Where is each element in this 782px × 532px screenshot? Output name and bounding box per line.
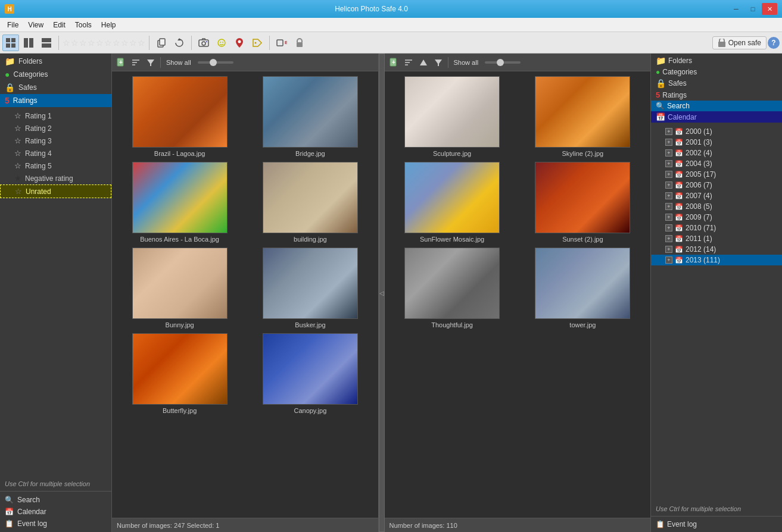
rotate-button[interactable] (171, 35, 188, 51)
star-7[interactable]: ☆ (113, 38, 120, 48)
close-button[interactable]: ✕ (762, 3, 777, 15)
sidebar-item-ratings[interactable]: 5 Ratings (0, 94, 111, 107)
camera-button[interactable] (195, 35, 212, 51)
thumb-busker[interactable]: Busker.jpg (247, 248, 373, 328)
more-button[interactable]: B (273, 35, 290, 51)
thumb-tower[interactable]: tower.jpg (520, 248, 646, 328)
face-button[interactable] (213, 35, 230, 51)
rs-item-search[interactable]: 🔍 Search (651, 101, 782, 111)
thumb-canopy[interactable]: Canopy.jpg (247, 333, 373, 414)
center-slider-thumb[interactable] (210, 59, 217, 66)
rs-year-2001[interactable]: + 📅 2001 (3) (651, 137, 782, 148)
expand-2001[interactable]: + (665, 139, 672, 146)
menu-view[interactable]: View (23, 20, 48, 30)
rs-year-2006[interactable]: + 📅 2006 (7) (651, 180, 782, 190)
thumb-sculpture[interactable]: Sculpture.jpg (390, 76, 515, 157)
expand-2004[interactable]: + (665, 160, 672, 167)
thumb-bunny[interactable]: Bunny.jpg (117, 248, 242, 328)
thumb-butterfly[interactable]: Butterfly.jpg (117, 333, 242, 414)
expand-2013[interactable]: + (665, 256, 672, 264)
menu-help[interactable]: Help (96, 20, 121, 30)
sidebar-search[interactable]: 🔍 Search (0, 494, 111, 506)
tag-button[interactable] (249, 35, 266, 51)
sidebar-rating4[interactable]: ☆ Rating 4 (0, 147, 111, 159)
help-button[interactable]: ? (768, 37, 780, 49)
expand-2011[interactable]: + (665, 235, 672, 242)
sidebar-item-safes[interactable]: 🔒 Safes (0, 81, 111, 94)
right-sort-btn[interactable] (402, 56, 415, 69)
maximize-button[interactable]: □ (745, 3, 761, 15)
thumb-skyline[interactable]: Skyline (2).jpg (520, 76, 646, 157)
sidebar-item-folders[interactable]: 📁 Folders (0, 55, 111, 68)
sidebar-unrated[interactable]: ☆ Unrated (0, 184, 111, 198)
rs-year-2008[interactable]: + 📅 2008 (5) (651, 201, 782, 212)
expand-2005[interactable]: + (665, 171, 672, 178)
right-zoom-slider[interactable] (485, 61, 521, 64)
rs-item-ratings[interactable]: 5 Ratings (651, 89, 782, 101)
rs-year-2004[interactable]: + 📅 2004 (3) (651, 158, 782, 169)
expand-2008[interactable]: + (665, 203, 672, 210)
sidebar-negative-rating[interactable]: ★ Negative rating (0, 172, 111, 184)
star-4[interactable]: ☆ (88, 38, 95, 48)
expand-2012[interactable]: + (665, 246, 672, 253)
copy-button[interactable] (153, 35, 170, 51)
center-right-splitter[interactable]: ◁ (379, 54, 385, 532)
sidebar-rating2[interactable]: ☆ Rating 2 (0, 122, 111, 134)
expand-2006[interactable]: + (665, 181, 672, 189)
menu-edit[interactable]: Edit (48, 20, 70, 30)
open-safe-button[interactable]: Open safe (712, 36, 767, 49)
star-5[interactable]: ☆ (96, 38, 104, 48)
thumb-brazil[interactable]: Brazil - Lagoa.jpg (117, 76, 242, 157)
center-sort-btn[interactable] (129, 56, 142, 69)
center-zoom-slider[interactable] (198, 61, 233, 64)
view-large-icon[interactable] (38, 35, 55, 51)
menu-tools[interactable]: Tools (70, 20, 96, 30)
right-add-btn[interactable]: + (387, 56, 400, 69)
rs-item-categories[interactable]: ● Categories (651, 67, 782, 77)
location-button[interactable] (231, 35, 248, 51)
expand-2002[interactable]: + (665, 149, 672, 157)
lock-btn-toolbar[interactable] (291, 35, 308, 51)
rs-item-eventlog[interactable]: 📋 Event log (651, 519, 782, 530)
thumb-bridge[interactable]: Bridge.jpg (247, 76, 373, 157)
rs-item-safes[interactable]: 🔒 Safes (651, 77, 782, 89)
star-8[interactable]: ☆ (121, 38, 129, 48)
expand-2007[interactable]: + (665, 192, 672, 199)
center-add-btn[interactable]: + (114, 56, 127, 69)
star-9[interactable]: ☆ (129, 38, 137, 48)
star-6[interactable]: ☆ (104, 38, 112, 48)
sidebar-rating5[interactable]: ☆ Rating 5 (0, 159, 111, 172)
rs-year-2009[interactable]: + 📅 2009 (7) (651, 212, 782, 223)
thumb-building[interactable]: building.jpg (247, 162, 373, 243)
rs-year-2011[interactable]: + 📅 2011 (1) (651, 233, 782, 244)
menu-file[interactable]: File (2, 20, 23, 30)
minimize-button[interactable]: ─ (728, 3, 744, 15)
sidebar-item-categories[interactable]: ● Categories (0, 68, 111, 81)
rs-year-2005[interactable]: + 📅 2005 (17) (651, 169, 782, 180)
expand-2010[interactable]: + (665, 224, 672, 231)
rs-year-2007[interactable]: + 📅 2007 (4) (651, 190, 782, 201)
sidebar-calendar[interactable]: 📅 Calendar (0, 506, 111, 518)
thumb-thoughtful[interactable]: Thoughtful.jpg (390, 248, 515, 328)
view-small-icon[interactable] (2, 35, 19, 51)
star-2[interactable]: ☆ (71, 38, 79, 48)
star-1[interactable]: ☆ (63, 38, 70, 48)
rs-item-folders[interactable]: 📁 Folders (651, 55, 782, 67)
thumb-sunflower[interactable]: SunFlower Mosaic.jpg (390, 162, 515, 243)
rs-year-2002[interactable]: + 📅 2002 (4) (651, 148, 782, 158)
expand-2009[interactable]: + (665, 214, 672, 221)
rs-year-2010[interactable]: + 📅 2010 (71) (651, 223, 782, 233)
expand-2000[interactable]: + (665, 128, 672, 135)
thumb-sunset[interactable]: Sunset (2).jpg (520, 162, 646, 243)
sidebar-eventlog[interactable]: 📋 Event log (0, 518, 111, 530)
right-filter-btn[interactable] (432, 56, 445, 69)
thumb-buenos[interactable]: Buenos Aires - La Boca.jpg (117, 162, 242, 243)
sidebar-rating1[interactable]: ☆ Rating 1 (0, 109, 111, 122)
rs-item-calendar[interactable]: 📅 Calendar (651, 111, 782, 123)
rs-year-2013[interactable]: + 📅 2013 (111) (651, 255, 782, 265)
sidebar-rating3[interactable]: ☆ Rating 3 (0, 134, 111, 147)
right-slider-thumb[interactable] (497, 59, 504, 66)
star-10[interactable]: ☆ (138, 38, 145, 48)
center-filter-btn[interactable] (144, 56, 157, 69)
rs-year-2012[interactable]: + 📅 2012 (14) (651, 244, 782, 255)
